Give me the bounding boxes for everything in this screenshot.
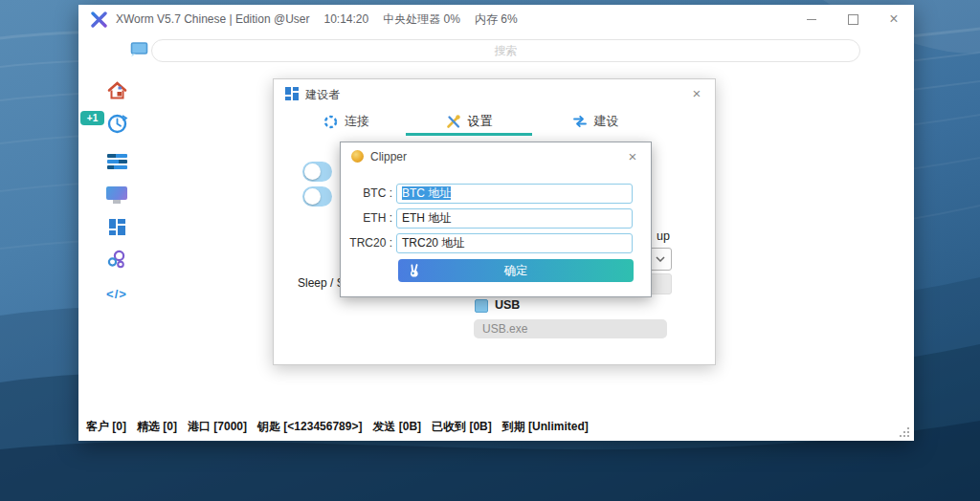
app-logo-icon: [91, 11, 107, 28]
minimize-icon: [807, 19, 816, 20]
tools-icon: [446, 114, 461, 129]
clipper-dialog-header: Clipper ×: [341, 142, 651, 171]
status-key: 钥匙 [<123456789>]: [257, 419, 362, 435]
toggle-knob: [304, 163, 321, 180]
tab-connect[interactable]: 连接: [302, 111, 390, 132]
cpu-usage-text: 中央处理器 0%: [383, 11, 460, 28]
builder-close-button[interactable]: ×: [688, 84, 705, 101]
confirm-button[interactable]: 确定: [398, 259, 634, 282]
tab-settings[interactable]: 设置: [412, 111, 526, 132]
eth-address-input[interactable]: ETH 地址: [396, 208, 633, 229]
close-icon: ×: [889, 12, 898, 26]
resize-grip[interactable]: [899, 426, 909, 437]
sidebar-item-monitor[interactable]: [100, 182, 133, 205]
app-title-text: XWorm V5.7 Chinese | Edition @User: [116, 12, 310, 26]
status-port: 港口 [7000]: [188, 419, 247, 435]
notification-badge: +1: [80, 111, 104, 125]
connect-icon: [323, 115, 338, 129]
chevron-down-icon: [656, 256, 665, 262]
trc20-placeholder-text: TRC20 地址: [402, 236, 464, 250]
usb-filename-field[interactable]: USB.exe: [474, 319, 667, 338]
clipper-dialog: Clipper × BTC : BTC 地址 ETH : ETH 地址 TRC2…: [340, 142, 652, 297]
titlebar: XWorm V5.7 Chinese | Edition @User 10:14…: [78, 5, 914, 33]
usb-checkbox[interactable]: [475, 299, 488, 313]
trc20-address-input[interactable]: TRC20 地址: [396, 233, 633, 253]
status-expiry: 到期 [Unlimited]: [502, 419, 589, 435]
clock-text: 10:14:20: [324, 12, 369, 26]
memory-usage-text: 内存 6%: [475, 11, 518, 28]
sleep-option-label: Sleep / S: [298, 276, 345, 290]
maximize-icon: [848, 14, 858, 25]
gears-icon: [106, 249, 127, 270]
btc-label: BTC :: [343, 184, 392, 204]
status-bar: 客户 [0] 精选 [0] 港口 [7000] 钥匙 [<123456789>]…: [86, 417, 589, 436]
tab-build[interactable]: 建设: [551, 111, 639, 132]
tab-connect-label: 连接: [345, 113, 369, 130]
builder-dialog-header: 建设者 ×: [274, 79, 715, 108]
window-controls: ×: [805, 5, 901, 33]
hand-ok-icon: [408, 263, 421, 278]
tab-settings-label: 设置: [468, 113, 493, 130]
status-sent: 发送 [0B]: [372, 419, 421, 435]
builder-icon: [285, 87, 299, 100]
maximize-button[interactable]: [846, 12, 859, 26]
list-icon: [107, 154, 127, 169]
startup-label-fragment: up: [657, 229, 670, 243]
clock-icon: [106, 113, 128, 135]
toggle-knob: [304, 188, 321, 205]
code-icon: </>: [106, 287, 127, 301]
confirm-button-label: 确定: [504, 263, 528, 279]
sidebar-item-settings[interactable]: [100, 248, 133, 271]
search-input[interactable]: [151, 39, 860, 62]
sidebar-item-scripts[interactable]: </>: [100, 282, 133, 305]
minimize-button[interactable]: [805, 12, 818, 26]
btc-selected-text: BTC 地址: [402, 186, 451, 200]
build-swap-icon: [572, 115, 588, 128]
chat-monitor-icon[interactable]: [130, 42, 148, 57]
eth-label: ETH :: [343, 208, 392, 229]
clipper-dialog-title: Clipper: [370, 150, 407, 163]
clipper-icon: [351, 150, 364, 163]
home-icon: [107, 81, 127, 100]
usb-checkbox-label: USB: [495, 298, 520, 312]
trc20-label: TRC20 :: [343, 233, 392, 253]
active-tab-underline: [406, 133, 532, 136]
status-selected: 精选 [0]: [137, 419, 177, 435]
status-received: 已收到 [0B]: [432, 419, 492, 435]
btc-address-input[interactable]: BTC 地址: [396, 184, 633, 204]
sidebar-item-apps[interactable]: [100, 215, 133, 238]
blocks-icon: [109, 219, 125, 235]
sidebar-item-home[interactable]: [100, 79, 133, 102]
window-title: XWorm V5.7 Chinese | Edition @User 10:14…: [116, 5, 518, 33]
monitor-icon: [106, 186, 127, 200]
status-clients: 客户 [0]: [86, 419, 126, 435]
eth-placeholder-text: ETH 地址: [402, 211, 451, 225]
tab-build-label: 建设: [594, 113, 619, 130]
sidebar-item-schedule[interactable]: [100, 112, 133, 135]
sidebar-item-tasks[interactable]: [100, 150, 133, 173]
close-button[interactable]: ×: [887, 12, 901, 26]
toggle-switch-1[interactable]: [302, 162, 332, 182]
builder-dialog-title: 建设者: [305, 87, 340, 103]
toggle-switch-2[interactable]: [302, 186, 332, 207]
clipper-close-button[interactable]: ×: [624, 147, 641, 164]
